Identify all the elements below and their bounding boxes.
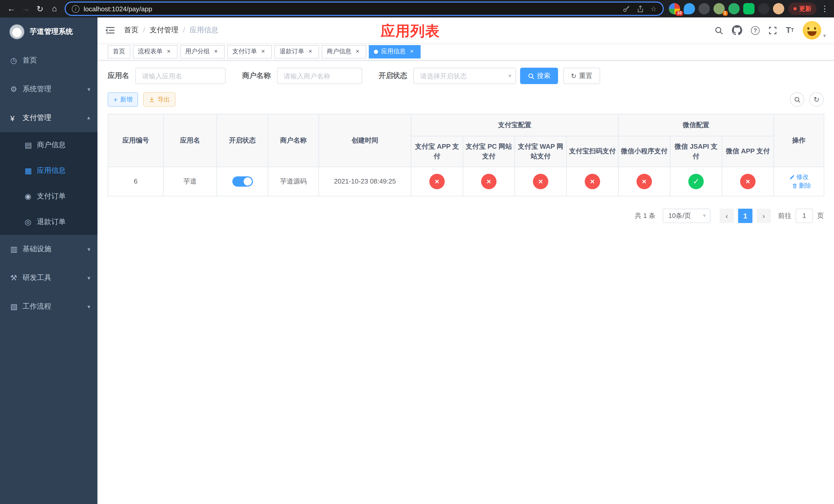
chrome-update-button[interactable]: 更新 xyxy=(788,3,816,15)
reload-button[interactable]: ↻ xyxy=(33,2,47,16)
extension-pin-icon[interactable] xyxy=(684,3,695,14)
breadcrumb-home[interactable]: 首页 xyxy=(124,26,150,35)
infrastructure-icon: ▥ xyxy=(10,245,23,254)
home-button[interactable]: ⌂ xyxy=(47,2,62,16)
status-icon: × xyxy=(429,174,445,189)
sidebar-item-merchant-info[interactable]: ▤ 商户信息 xyxy=(0,132,97,158)
goto-page-input[interactable] xyxy=(795,208,813,223)
sidebar-item-refund-orders[interactable]: ◎ 退款订单 xyxy=(0,209,97,235)
forward-button[interactable]: → xyxy=(19,2,33,16)
delete-link[interactable]: 删除 xyxy=(792,181,811,190)
search-icon[interactable] xyxy=(715,26,723,35)
tab-merchant-info[interactable]: 商户信息 × xyxy=(322,45,366,58)
github-icon[interactable] xyxy=(732,25,742,36)
workflow-icon: ▧ xyxy=(10,302,23,311)
user-avatar[interactable] xyxy=(803,21,821,40)
cell-merchant: 芋道源码 xyxy=(268,167,319,196)
col-app-id: 应用编号 xyxy=(108,114,163,167)
url-bar[interactable]: i localhost:1024/pay/app ☆ xyxy=(65,2,664,16)
yen-icon: ¥ xyxy=(10,114,23,122)
back-button[interactable]: ← xyxy=(4,2,19,16)
breadcrumb-payment[interactable]: 支付管理 xyxy=(150,26,190,35)
close-icon[interactable]: × xyxy=(307,48,314,55)
browser-menu-icon[interactable]: ⋮ xyxy=(820,4,830,13)
close-icon[interactable]: × xyxy=(408,48,415,55)
sidebar-item-infrastructure[interactable]: ▥ 基础设施 ▾ xyxy=(0,235,97,264)
extension-green-icon[interactable] xyxy=(728,3,740,14)
font-size-icon[interactable]: TT xyxy=(786,26,794,35)
tab-pay-orders[interactable]: 支付订单 × xyxy=(227,45,272,58)
hamburger-icon[interactable] xyxy=(106,25,116,36)
sidebar-item-app-info[interactable]: ▦ 应用信息 xyxy=(0,158,97,184)
sidebar-item-system[interactable]: ⚙ 系统管理 ▾ xyxy=(0,75,97,104)
site-info-icon[interactable]: i xyxy=(72,5,80,13)
navbar-actions: ? TT ▾ xyxy=(715,21,826,40)
app-title: 芋道管理系统 xyxy=(30,27,73,37)
extension-dark-icon[interactable] xyxy=(699,3,710,14)
close-icon[interactable]: × xyxy=(260,48,267,55)
sidebar-item-pay-orders[interactable]: ◉ 支付订单 xyxy=(0,184,97,209)
export-button[interactable]: 导出 xyxy=(143,92,175,107)
chevron-down-icon: ▾ xyxy=(87,303,90,310)
add-button[interactable]: + 新增 xyxy=(108,92,138,107)
extension-wechat-icon[interactable] xyxy=(743,3,754,14)
tab-process-form[interactable]: 流程表单 × xyxy=(133,45,177,58)
fullscreen-icon[interactable] xyxy=(768,26,777,35)
share-icon[interactable] xyxy=(637,5,644,13)
merchant-name-input[interactable] xyxy=(277,68,362,84)
page-size-select[interactable]: 10条/页 ▾ xyxy=(663,208,710,223)
sidebar-item-home[interactable]: ◷ 首页 xyxy=(0,46,97,75)
total-count: 共 1 条 xyxy=(635,211,656,220)
col-alipay-pc: 支付宝 PC 网站支付 xyxy=(463,136,515,167)
tab-app-info[interactable]: 应用信息 × xyxy=(369,45,421,58)
tab-refund-orders[interactable]: 退款订单 × xyxy=(275,45,319,58)
status-select[interactable] xyxy=(413,68,516,84)
app-frame: 芋道管理系统 ◷ 首页 ⚙ 系统管理 ▾ ¥ 支付管理 ▾ ▤ 商户信息 xyxy=(0,18,834,504)
extension-avatar-icon[interactable]: 1 xyxy=(714,3,725,14)
close-icon[interactable]: × xyxy=(354,48,361,55)
screenshot-root: ← → ↻ ⌂ i localhost:1024/pay/app ☆ 10 xyxy=(0,0,834,504)
user-menu[interactable]: ▾ xyxy=(803,21,826,40)
help-icon[interactable]: ? xyxy=(751,26,760,35)
page-number-button[interactable]: 1 xyxy=(738,208,752,223)
bookmark-star-icon[interactable]: ☆ xyxy=(651,5,657,13)
close-icon[interactable]: × xyxy=(212,48,220,55)
next-page-button[interactable]: › xyxy=(756,208,771,223)
tab-user-group[interactable]: 用户分组 × xyxy=(180,45,225,58)
chevron-down-icon: ▾ xyxy=(87,246,90,253)
app-name-input[interactable] xyxy=(135,68,226,84)
refresh-table-button[interactable]: ↻ xyxy=(809,92,824,107)
data-table: 应用编号 应用名 开启状态 商户名称 创建时间 支付宝配置 微信配置 操作 支付… xyxy=(108,114,824,196)
cell-ops: 修改 删除 xyxy=(774,167,824,196)
status-toggle[interactable] xyxy=(232,176,253,186)
prev-page-button[interactable]: ‹ xyxy=(720,208,734,223)
toggle-search-button[interactable] xyxy=(790,92,804,107)
app-grid-icon: ▦ xyxy=(25,166,37,175)
status-icon: × xyxy=(637,174,652,189)
sidebar-item-workflow[interactable]: ▧ 工作流程 ▾ xyxy=(0,292,97,321)
edit-link[interactable]: 修改 xyxy=(789,173,809,181)
col-alipay-wap: 支付宝 WAP 网站支付 xyxy=(515,136,567,167)
extension-puzzle-icon[interactable] xyxy=(758,3,769,14)
search-icon xyxy=(528,72,534,79)
profile-avatar-icon[interactable] xyxy=(773,3,784,14)
url-text[interactable]: localhost:1024/pay/app xyxy=(84,5,152,13)
chevron-down-icon: ▾ xyxy=(87,275,90,281)
navbar: 首页 支付管理 应用信息 应用列表 ? TT xyxy=(97,18,834,43)
key-icon[interactable] xyxy=(623,5,631,13)
extension-badge: 10 xyxy=(676,11,683,16)
tabs-bar: 首页 流程表单 × 用户分组 × 支付订单 × 退款订单 × xyxy=(97,43,834,61)
tab-home[interactable]: 首页 xyxy=(108,45,130,58)
col-merchant: 商户名称 xyxy=(268,114,319,167)
extension-colorful-icon[interactable]: 10 xyxy=(669,3,680,14)
reset-button[interactable]: ↻ 重置 xyxy=(563,68,600,84)
chevron-down-icon: ▾ xyxy=(87,86,90,93)
status-icon: × xyxy=(481,174,497,189)
sidebar-item-payment[interactable]: ¥ 支付管理 ▾ xyxy=(0,104,97,132)
close-icon[interactable]: × xyxy=(165,48,172,55)
search-icon xyxy=(794,96,800,103)
payment-submenu: ▤ 商户信息 ▦ 应用信息 ◉ 支付订单 ◎ 退款订单 xyxy=(0,132,97,235)
search-button[interactable]: 搜索 xyxy=(520,68,558,84)
app-logo[interactable]: 芋道管理系统 xyxy=(0,18,97,46)
sidebar-item-dev-tools[interactable]: ⚒ 研发工具 ▾ xyxy=(0,264,97,292)
